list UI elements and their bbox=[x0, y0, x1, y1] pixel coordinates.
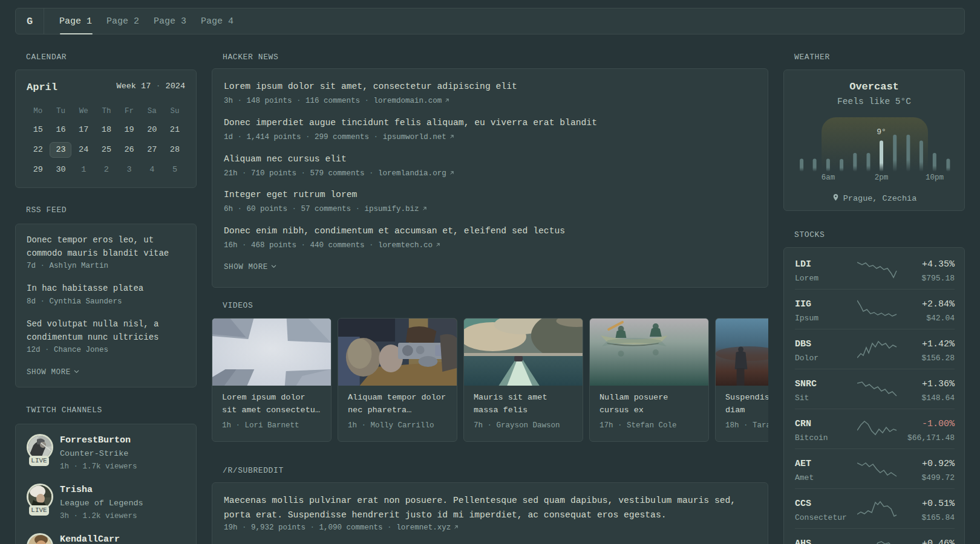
svg-text:9°: 9° bbox=[877, 128, 886, 137]
